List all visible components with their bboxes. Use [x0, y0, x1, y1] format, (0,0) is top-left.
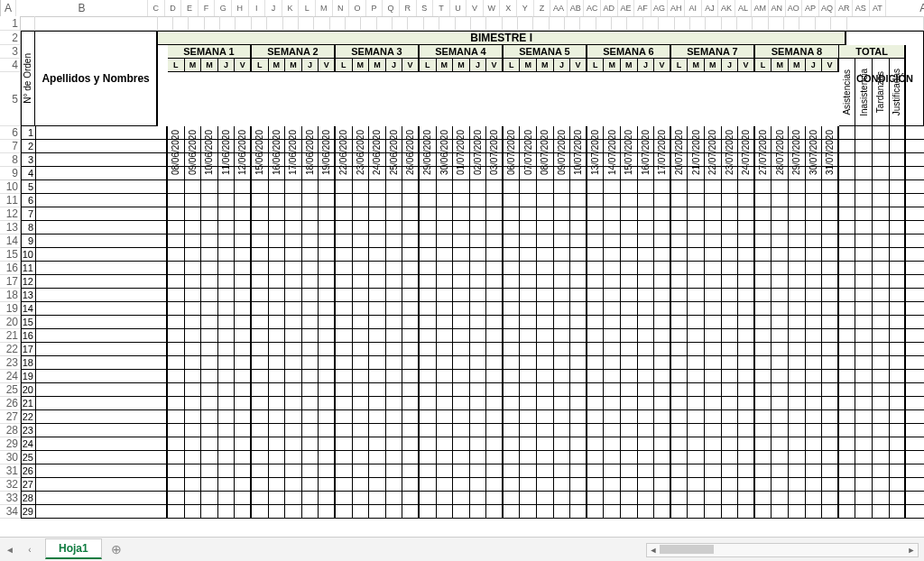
attendance-cell[interactable]	[789, 478, 806, 492]
attendance-cell[interactable]	[671, 343, 688, 356]
attendance-cell[interactable]	[604, 167, 621, 180]
attendance-cell[interactable]	[218, 275, 236, 289]
attendance-cell[interactable]	[671, 451, 688, 464]
attendance-cell[interactable]	[420, 397, 437, 410]
attendance-cell[interactable]	[470, 478, 487, 492]
attendance-cell[interactable]	[185, 370, 202, 383]
attendance-cell[interactable]	[486, 329, 504, 343]
attendance-cell[interactable]	[520, 262, 537, 275]
attendance-cell[interactable]	[738, 316, 755, 329]
attendance-cell[interactable]	[386, 275, 403, 289]
attendance-cell[interactable]	[453, 316, 470, 329]
condicion-cell[interactable]	[906, 221, 924, 235]
attendance-cell[interactable]	[252, 316, 269, 329]
attendance-cell[interactable]	[218, 464, 236, 478]
condicion-cell[interactable]	[906, 410, 924, 424]
attendance-cell[interactable]	[470, 289, 487, 302]
condicion-cell[interactable]	[906, 424, 924, 437]
attendance-cell[interactable]	[755, 194, 772, 207]
attendance-cell[interactable]	[302, 126, 319, 140]
col-header[interactable]: H	[232, 0, 249, 16]
attendance-cell[interactable]	[738, 221, 755, 235]
attendance-cell[interactable]	[453, 207, 470, 221]
attendance-cell[interactable]	[654, 356, 671, 370]
total-cell[interactable]	[839, 424, 856, 437]
attendance-cell[interactable]	[789, 370, 806, 383]
cell[interactable]	[690, 16, 706, 31]
attendance-cell[interactable]	[722, 437, 739, 451]
attendance-cell[interactable]	[285, 194, 302, 207]
attendance-cell[interactable]	[738, 262, 755, 275]
attendance-cell[interactable]	[621, 424, 638, 437]
attendance-cell[interactable]	[285, 153, 302, 167]
attendance-cell[interactable]	[319, 194, 336, 207]
attendance-cell[interactable]	[537, 424, 554, 437]
attendance-cell[interactable]	[168, 424, 185, 437]
row-header[interactable]: 15	[0, 248, 21, 262]
col-header[interactable]: P	[366, 0, 383, 16]
attendance-cell[interactable]	[235, 235, 252, 248]
attendance-cell[interactable]	[235, 316, 252, 329]
orden-cell[interactable]: 25	[21, 451, 36, 464]
attendance-cell[interactable]	[336, 153, 353, 167]
attendance-cell[interactable]	[453, 126, 470, 140]
cell[interactable]	[314, 16, 329, 31]
attendance-cell[interactable]	[386, 316, 403, 329]
attendance-cell[interactable]	[201, 370, 218, 383]
attendance-cell[interactable]	[806, 235, 823, 248]
attendance-cell[interactable]	[604, 316, 621, 329]
attendance-cell[interactable]	[269, 370, 286, 383]
attendance-cell[interactable]	[319, 370, 336, 383]
attendance-cell[interactable]	[755, 437, 772, 451]
attendance-cell[interactable]	[437, 302, 454, 316]
attendance-cell[interactable]	[319, 153, 336, 167]
attendance-cell[interactable]	[336, 478, 353, 492]
attendance-cell[interactable]	[722, 451, 739, 464]
attendance-cell[interactable]	[235, 221, 252, 235]
attendance-cell[interactable]	[789, 126, 806, 140]
attendance-cell[interactable]	[504, 289, 521, 302]
attendance-cell[interactable]	[369, 329, 386, 343]
scroll-right-icon[interactable]: ►	[905, 546, 918, 555]
attendance-cell[interactable]	[537, 262, 554, 275]
cell[interactable]	[471, 16, 486, 31]
name-cell[interactable]	[36, 492, 168, 505]
attendance-cell[interactable]	[185, 329, 202, 343]
cell[interactable]	[799, 16, 815, 31]
attendance-cell[interactable]	[402, 126, 420, 140]
total-cell[interactable]	[890, 180, 907, 194]
attendance-cell[interactable]	[285, 464, 302, 478]
attendance-cell[interactable]	[621, 207, 638, 221]
attendance-cell[interactable]	[353, 410, 370, 424]
attendance-cell[interactable]	[302, 207, 319, 221]
total-cell[interactable]	[855, 167, 873, 180]
attendance-cell[interactable]	[353, 329, 370, 343]
attendance-cell[interactable]	[252, 505, 269, 519]
attendance-cell[interactable]	[537, 451, 554, 464]
attendance-cell[interactable]	[235, 153, 252, 167]
total-cell[interactable]	[855, 437, 873, 451]
attendance-cell[interactable]	[537, 180, 554, 194]
attendance-cell[interactable]	[402, 343, 420, 356]
attendance-cell[interactable]	[570, 248, 587, 262]
attendance-cell[interactable]	[235, 383, 252, 397]
attendance-cell[interactable]	[570, 329, 587, 343]
attendance-cell[interactable]	[688, 302, 705, 316]
attendance-cell[interactable]	[486, 397, 504, 410]
orden-cell[interactable]: 16	[21, 329, 36, 343]
attendance-cell[interactable]	[654, 424, 671, 437]
orden-cell[interactable]: 2	[21, 140, 36, 153]
attendance-cell[interactable]	[319, 492, 336, 505]
attendance-cell[interactable]	[437, 153, 454, 167]
name-cell[interactable]	[36, 275, 168, 289]
attendance-cell[interactable]	[437, 464, 454, 478]
attendance-cell[interactable]	[386, 262, 403, 275]
attendance-cell[interactable]	[336, 289, 353, 302]
attendance-cell[interactable]	[319, 410, 336, 424]
attendance-cell[interactable]	[185, 383, 202, 397]
attendance-cell[interactable]	[486, 275, 504, 289]
attendance-cell[interactable]	[554, 194, 571, 207]
attendance-cell[interactable]	[621, 370, 638, 383]
attendance-cell[interactable]	[822, 275, 839, 289]
total-cell[interactable]	[873, 424, 890, 437]
